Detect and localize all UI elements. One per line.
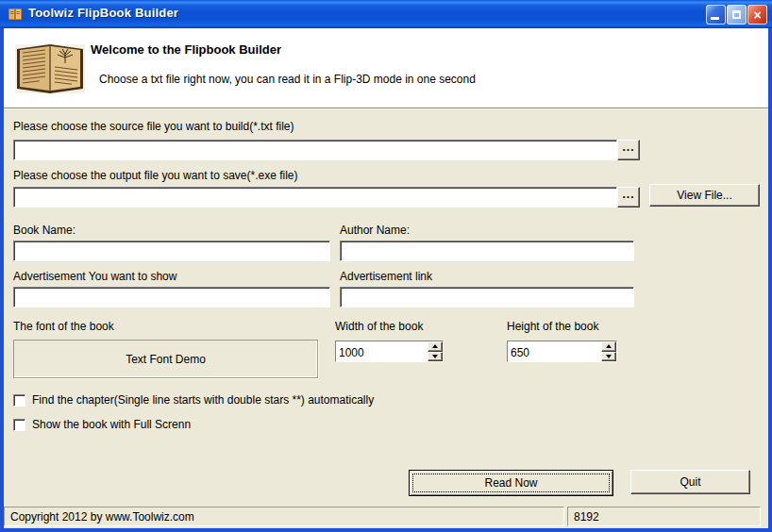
statusbar-copyright: Copyright 2012 by www.Toolwiz.com: [4, 507, 564, 526]
source-file-label: Please choose the source file you want t…: [13, 120, 294, 133]
ad-link-input[interactable]: [340, 287, 634, 308]
height-up-button[interactable]: [601, 341, 616, 352]
welcome-title: Welcome to the Flipbook Builder: [91, 42, 281, 57]
find-chapter-label: Find the chapter(Single line starts with…: [32, 393, 374, 407]
height-down-button[interactable]: [601, 352, 616, 362]
book-name-input[interactable]: [13, 241, 330, 261]
width-spinner[interactable]: [335, 341, 444, 362]
close-icon: ×: [753, 8, 761, 22]
quit-button[interactable]: Quit: [630, 470, 750, 494]
width-input[interactable]: [336, 341, 428, 361]
view-file-button[interactable]: View File...: [649, 184, 760, 207]
down-arrow-icon: [432, 355, 438, 358]
title-bar[interactable]: Toolwiz FlipBook Builder ×: [0, 0, 772, 28]
header-divider: [4, 108, 768, 109]
open-book-image: [15, 42, 85, 96]
height-input[interactable]: [508, 341, 601, 361]
ad-link-label: Advertisement link: [340, 270, 432, 283]
book-name-label: Book Name:: [13, 224, 76, 237]
minimize-icon: [711, 17, 719, 20]
statusbar-value: 8192: [567, 507, 761, 526]
source-file-input[interactable]: [13, 140, 617, 160]
output-browse-button[interactable]: ...: [617, 187, 640, 208]
fullscreen-label: Show the book with Full Screnn: [32, 418, 191, 431]
author-name-input[interactable]: [340, 241, 634, 261]
ad-show-label: Advertisement You want to show: [13, 270, 176, 283]
app-window: Toolwiz FlipBook Builder ×: [0, 0, 772, 532]
maximize-icon: [732, 10, 741, 19]
maximize-button[interactable]: [727, 5, 747, 25]
up-arrow-icon: [606, 344, 612, 348]
author-name-label: Author Name:: [340, 224, 410, 237]
dialog-body: Welcome to the Flipbook Builder Choose a…: [4, 28, 768, 528]
up-arrow-icon: [432, 344, 438, 348]
width-up-button[interactable]: [428, 341, 443, 352]
font-label: The font of the book: [13, 320, 114, 333]
down-arrow-icon: [606, 355, 612, 358]
source-browse-button[interactable]: ...: [617, 140, 640, 160]
output-file-label: Please choose the output file you want t…: [13, 169, 298, 182]
find-chapter-checkbox-row[interactable]: Find the chapter(Single line starts with…: [13, 393, 374, 407]
header-banner: Welcome to the Flipbook Builder Choose a…: [4, 28, 768, 108]
height-spinner[interactable]: [507, 341, 617, 362]
read-now-button[interactable]: Read Now: [409, 470, 613, 496]
text-font-demo-button[interactable]: Text Font Demo: [13, 340, 318, 378]
fullscreen-checkbox-row[interactable]: Show the book with Full Screnn: [13, 418, 191, 431]
window-title: Toolwiz FlipBook Builder: [28, 6, 178, 20]
width-label: Width of the book: [335, 320, 423, 333]
ad-show-input[interactable]: [13, 287, 330, 308]
minimize-button[interactable]: [706, 5, 726, 25]
book-icon: [8, 7, 23, 22]
close-button[interactable]: ×: [747, 5, 767, 25]
fullscreen-checkbox[interactable]: [13, 419, 25, 431]
welcome-subtitle: Choose a txt file right now, you can rea…: [99, 73, 476, 86]
height-label: Height of the book: [507, 320, 598, 333]
width-down-button[interactable]: [428, 352, 443, 362]
find-chapter-checkbox[interactable]: [13, 394, 25, 407]
output-file-input[interactable]: [13, 187, 617, 208]
